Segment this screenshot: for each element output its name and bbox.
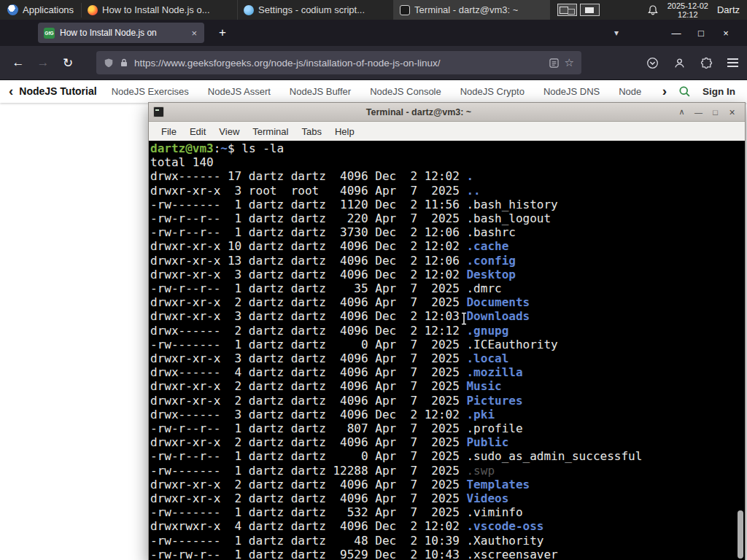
gfg-favicon: GfG — [44, 28, 55, 39]
taskbar-button-browser[interactable]: How to Install Node.js o... — [82, 0, 238, 20]
terminal-window-title: Terminal - dartz@vm3: ~ — [164, 107, 673, 117]
nav-item[interactable]: NodeJS DNS — [543, 86, 600, 97]
nav-items: NodeJS Exercises NodeJS Assert NodeJS Bu… — [112, 86, 659, 97]
pocket-icon[interactable] — [646, 57, 659, 69]
terminal-minimize-button[interactable]: — — [690, 108, 707, 117]
menu-help[interactable]: Help — [328, 126, 361, 137]
task-title: Settings - codium script... — [258, 4, 365, 15]
nav-active-item[interactable]: NodeJS Tutorial — [19, 85, 96, 97]
tracking-shield-icon[interactable] — [104, 58, 114, 69]
nav-item[interactable]: NodeJS Buffer — [290, 86, 351, 97]
terminal-window-icon — [153, 106, 164, 117]
task-title: How to Install Node.js o... — [102, 4, 209, 15]
terminal-maximize-button[interactable]: □ — [707, 108, 724, 117]
reload-button[interactable]: ↻ — [55, 51, 80, 74]
terminal-window-buttons: ∧ — □ × — [673, 106, 740, 118]
terminal-shade-button[interactable]: ∧ — [673, 107, 690, 117]
browser-tab-bar: GfG How to Install Node.js on × + ▾ — □ … — [0, 20, 747, 46]
terminal-icon — [400, 5, 410, 15]
mouse-cursor-ibeam — [460, 312, 468, 328]
clock-time: 12:12 — [667, 10, 708, 19]
nav-prev-chevron-icon[interactable]: ‹ — [0, 83, 19, 99]
forward-button[interactable]: → — [31, 51, 55, 74]
sign-in-button[interactable]: Sign In — [703, 86, 735, 97]
toolbar-right-icons — [646, 57, 738, 69]
bookmark-star-icon[interactable]: ☆ — [565, 56, 574, 69]
workspace-switcher[interactable] — [557, 4, 600, 16]
nav-next-chevron-icon[interactable]: › — [662, 83, 667, 99]
url-bar[interactable]: https://www.geeksforgeeks.org/node-js/in… — [96, 51, 581, 74]
nav-item[interactable]: NodeJS Crypto — [460, 86, 525, 97]
workspace-2[interactable] — [580, 4, 600, 16]
taskbar-button-terminal[interactable]: Terminal - dartz@vm3: ~ — [394, 0, 550, 20]
applications-icon — [7, 4, 18, 15]
nav-right-controls: › Sign In — [659, 83, 747, 99]
menu-file[interactable]: File — [155, 126, 183, 137]
terminal-close-button[interactable]: × — [724, 106, 740, 118]
gfg-subnav: ‹ NodeJS Tutorial NodeJS Exercises NodeJ… — [0, 79, 747, 103]
menu-terminal[interactable]: Terminal — [246, 126, 295, 137]
tab-close-button[interactable]: × — [190, 28, 198, 39]
nav-item[interactable]: NodeJS Assert — [208, 86, 271, 97]
extensions-puzzle-icon[interactable] — [700, 57, 713, 69]
tabbar-right-controls: ▾ — □ × — [614, 28, 747, 39]
menu-view[interactable]: View — [212, 126, 246, 137]
url-text: https://www.geeksforgeeks.org/node-js/in… — [134, 58, 543, 69]
terminal-menubar: File Edit View Terminal Tabs Help — [149, 122, 745, 141]
nav-item[interactable]: Node — [619, 86, 641, 97]
firefox-icon — [88, 5, 98, 15]
terminal-scrollbar-thumb[interactable] — [738, 510, 743, 559]
window-minimize-button[interactable]: — — [664, 28, 689, 39]
menu-tabs[interactable]: Tabs — [295, 126, 328, 137]
browser-tab[interactable]: GfG How to Install Node.js on × — [38, 23, 204, 43]
notification-bell-icon[interactable] — [647, 4, 659, 16]
lock-icon[interactable] — [120, 58, 128, 68]
new-tab-button[interactable]: + — [214, 24, 231, 42]
tab-title: How to Install Node.js on — [60, 28, 185, 38]
terminal-output: dartz@vm3:~$ ls -la total 140 drwx------… — [149, 141, 745, 560]
workspace-1[interactable] — [557, 4, 577, 16]
window-maximize-button[interactable]: □ — [689, 28, 713, 39]
nav-item[interactable]: NodeJS Exercises — [112, 86, 189, 97]
browser-toolbar: ← → ↻ https://www.geeksforgeeks.org/node… — [0, 46, 747, 80]
applications-label: Applications — [23, 4, 74, 15]
codium-icon — [244, 5, 254, 15]
panel-tray: 2025-12-02 12:12 Dartz — [647, 0, 747, 20]
nav-item[interactable]: NodeJS Console — [370, 86, 441, 97]
task-title: Terminal - dartz@vm3: ~ — [414, 4, 518, 15]
tab-overflow-chevron-icon[interactable]: ▾ — [614, 28, 619, 38]
applications-menu-button[interactable]: Applications — [0, 0, 81, 20]
taskbar-button-settings[interactable]: Settings - codium script... — [238, 0, 394, 20]
clock-date: 2025-12-02 — [667, 1, 708, 10]
workspace-window-outline — [568, 9, 575, 15]
user-menu[interactable]: Dartz — [717, 4, 740, 15]
terminal-screen[interactable]: dartz@vm3:~$ ls -la total 140 drwx------… — [149, 141, 745, 560]
window-close-button[interactable]: × — [713, 28, 738, 39]
hamburger-menu-icon[interactable] — [727, 58, 738, 67]
terminal-titlebar[interactable]: Terminal - dartz@vm3: ~ ∧ — □ × — [149, 103, 745, 122]
terminal-window: Terminal - dartz@vm3: ~ ∧ — □ × File Edi… — [148, 102, 746, 560]
panel-clock[interactable]: 2025-12-02 12:12 — [667, 1, 708, 19]
menu-edit[interactable]: Edit — [183, 126, 212, 137]
workspace-window-outline — [585, 7, 594, 13]
back-button[interactable]: ← — [6, 51, 31, 74]
reader-view-icon[interactable] — [549, 58, 559, 68]
account-icon[interactable] — [673, 57, 686, 69]
search-icon[interactable] — [678, 85, 691, 98]
top-panel: Applications How to Install Node.js o...… — [0, 0, 747, 20]
